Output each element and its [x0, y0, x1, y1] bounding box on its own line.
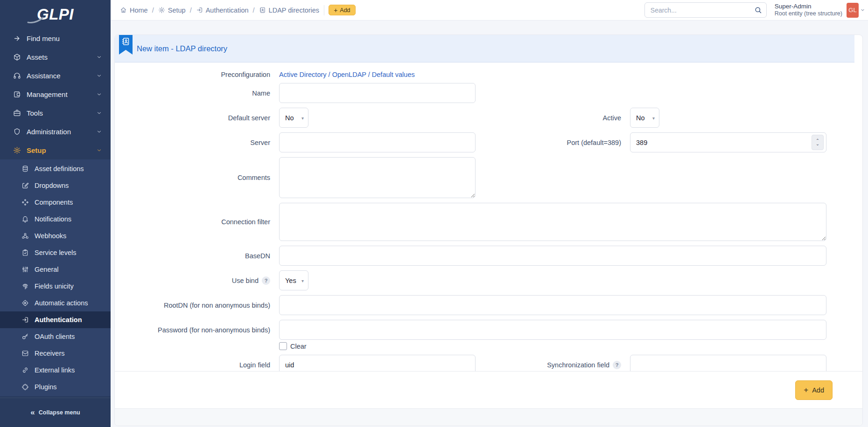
sidebar-item-assets[interactable]: Assets [0, 48, 111, 66]
basedn-label: BaseDN [115, 252, 279, 260]
password-label: Password (for non-anonymous binds) [115, 326, 279, 334]
headset-icon [13, 72, 21, 80]
database-icon [21, 165, 29, 172]
chevron-down-icon [96, 73, 102, 79]
sidebar-item-components[interactable]: Components [0, 194, 111, 211]
sidebar-item-authentication[interactable]: Authentication [0, 311, 111, 328]
gear-play-icon [21, 299, 29, 307]
login-field-input[interactable] [279, 355, 476, 371]
spinner-down-icon: ⌄ [816, 143, 819, 145]
sidebar-item-administration[interactable]: Administration [0, 122, 111, 141]
sidebar-item-webhooks[interactable]: Webhooks [0, 227, 111, 244]
use-bind-select[interactable]: Yes▾ [279, 270, 308, 290]
help-icon[interactable]: ? [613, 361, 621, 369]
chevron-down-icon: ▾ [301, 278, 304, 283]
ldap-form: Preconfiguration Active Directory / Open… [115, 62, 862, 371]
submit-add-label: Add [812, 386, 824, 394]
logo-swoosh-icon [27, 17, 49, 23]
sidebar-item-label: Assistance [27, 72, 61, 80]
sidebar-item-label: Fields unicity [35, 282, 74, 290]
breadcrumb-home[interactable]: Home [120, 7, 148, 14]
search-input[interactable] [644, 2, 767, 18]
sidebar-item-fields-unicity[interactable]: Fields unicity [0, 278, 111, 295]
use-bind-value: Yes [285, 277, 296, 284]
chevron-down-icon: ▾ [301, 116, 304, 121]
active-select[interactable]: No▾ [630, 108, 659, 128]
sidebar-item-external-links[interactable]: External links [0, 362, 111, 379]
breadcrumb-setup[interactable]: Setup [158, 7, 186, 14]
page-title: New item - LDAP directory [137, 44, 227, 53]
sync-field-input[interactable] [630, 355, 826, 371]
chevron-down-icon [96, 147, 102, 153]
chevron-down-icon[interactable] [860, 7, 865, 13]
clear-checkbox[interactable] [279, 342, 287, 350]
add-button-topbar[interactable]: + Add [329, 5, 355, 15]
sidebar-item-receivers[interactable]: Receivers [0, 345, 111, 362]
sidebar-item-automatic-actions[interactable]: Automatic actions [0, 295, 111, 311]
sidebar-item-label: Receivers [35, 350, 64, 357]
breadcrumb-authentication[interactable]: Authentication [196, 7, 249, 14]
plus-icon: + [334, 7, 337, 14]
password-input[interactable] [279, 320, 826, 340]
ldap-directory-ribbon-icon [119, 35, 133, 55]
sidebar-item-notifications[interactable]: Notifications [0, 211, 111, 227]
user-menu[interactable]: Super-Admin Root entity (tree structure) [775, 3, 842, 18]
login-icon [196, 7, 203, 14]
components-icon [21, 199, 29, 206]
help-icon[interactable]: ? [262, 276, 270, 285]
sidebar-item-label: Automatic actions [35, 299, 88, 307]
breadcrumb-separator: / [190, 7, 192, 14]
number-spinner[interactable]: ⌃⌄ [812, 135, 824, 150]
breadcrumb-ldap-directories[interactable]: LDAP directories [259, 7, 320, 14]
home-icon [120, 7, 127, 14]
avatar-initials: GL [848, 7, 856, 14]
preconfig-default-values-link[interactable]: Default values [372, 71, 415, 78]
submit-add-button[interactable]: + Add [795, 380, 833, 400]
sidebar-item-management[interactable]: Management [0, 85, 111, 103]
rootdn-input[interactable] [279, 295, 826, 315]
card-header: New item - LDAP directory [115, 35, 854, 62]
sync-field-label: Synchronization field? [476, 361, 630, 369]
sidebar-item-setup[interactable]: Setup [0, 141, 111, 159]
sidebar-item-label: Dropdowns [35, 182, 69, 189]
server-input[interactable] [279, 132, 476, 152]
sync-field-label-text: Synchronization field [547, 361, 609, 369]
sidebar-item-dropdowns[interactable]: Dropdowns [0, 177, 111, 194]
sidebar-item-label: Administration [27, 128, 71, 136]
comments-textarea[interactable] [279, 157, 476, 198]
sidebar-item-label: Authentication [35, 316, 82, 324]
sidebar-item-plugins[interactable]: Plugins [0, 379, 111, 395]
sidebar-item-label: General [35, 266, 59, 273]
preconfig-openldap-link[interactable]: OpenLDAP [332, 71, 366, 78]
connection-filter-textarea[interactable] [279, 203, 826, 241]
active-label: Active [476, 114, 630, 122]
add-button-label: Add [340, 7, 350, 14]
sidebar-item-label: Assets [27, 53, 48, 61]
avatar[interactable]: GL [847, 3, 859, 18]
name-input[interactable] [279, 83, 476, 103]
breadcrumb: Home / Setup / Authentication / LDAP dir… [120, 7, 319, 14]
sidebar-item-assistance[interactable]: Assistance [0, 66, 111, 85]
breadcrumb-label: Home [130, 7, 148, 14]
sidebar-item-oauth-clients[interactable]: OAuth clients [0, 328, 111, 345]
user-entity: Root entity (tree structure) [775, 10, 842, 17]
preconfig-active-directory-link[interactable]: Active Directory [279, 71, 327, 78]
shield-icon [13, 128, 21, 136]
sidebar-item-service-levels[interactable]: Service levels [0, 244, 111, 261]
clipboard-icon [21, 249, 29, 256]
address-book-icon [259, 7, 266, 14]
sidebar-item-find-menu[interactable]: Find menu [0, 29, 111, 48]
basedn-input[interactable] [279, 246, 826, 266]
sidebar-item-general[interactable]: General [0, 261, 111, 278]
glpi-logo[interactable]: GLPI [0, 0, 111, 29]
link-icon [21, 366, 29, 374]
sidebar-item-asset-definitions[interactable]: Asset definitions [0, 160, 111, 177]
port-input[interactable] [630, 132, 826, 152]
collapse-menu-button[interactable]: « Collapse menu [0, 398, 111, 427]
sidebar-item-tools[interactable]: Tools [0, 103, 111, 122]
default-server-select[interactable]: No▾ [279, 108, 308, 128]
card-footer [115, 408, 862, 426]
search-icon[interactable] [754, 6, 762, 14]
form-actions: + Add [115, 371, 862, 408]
gear-icon [13, 146, 21, 154]
